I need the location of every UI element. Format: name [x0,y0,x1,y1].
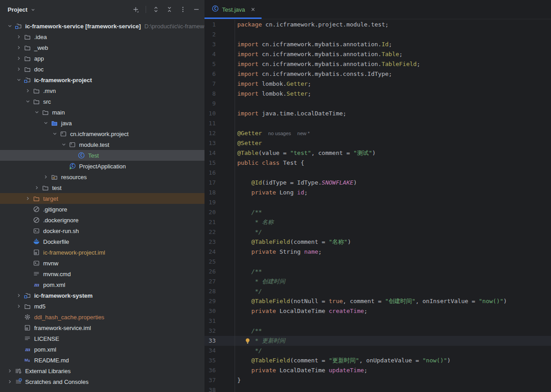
line-number[interactable]: 35 [204,356,235,366]
line-number[interactable]: 7 [204,79,235,89]
code-line-14[interactable]: 14@Table(value = "test", comment = "测试") [204,148,551,158]
tree-item-ddl-hash-cache-properties[interactable]: ddl_hash_cache.properties [0,312,204,322]
line-number[interactable]: 3 [204,40,235,49]
code-line-31[interactable]: 31 [204,316,551,326]
add-icon[interactable] [132,6,139,13]
tree-item-resources[interactable]: resources [0,172,204,182]
tree-item-target[interactable]: target [0,193,204,204]
chevron-right-icon[interactable] [14,292,23,299]
code-line-27[interactable]: 27 * 创建时间 [204,277,551,286]
line-number[interactable]: 26 [204,267,235,277]
code-line-32[interactable]: 32 /** [204,326,551,336]
code-line-10[interactable]: 10import java.time.LocalDateTime; [204,109,551,119]
line-number[interactable]: 23 [204,237,235,247]
chevron-right-icon[interactable] [32,185,41,191]
chevron-right-icon[interactable] [14,34,23,40]
code-line-24[interactable]: 24 private String name; [204,247,551,257]
code-line-33[interactable]: 33 * 更新时间 [204,336,551,346]
tree-item-main[interactable]: main [0,107,204,118]
line-number[interactable]: 8 [204,89,235,99]
code-line-22[interactable]: 22 */ [204,227,551,237]
line-number[interactable]: 4 [204,49,235,59]
code-line-1[interactable]: 1package cn.icframework.project.module.t… [204,20,551,30]
line-number[interactable]: 27 [204,277,235,286]
line-number[interactable]: 31 [204,316,235,326]
chevron-right-icon[interactable] [14,303,23,309]
code-line-9[interactable]: 9 [204,99,551,109]
line-number[interactable]: 28 [204,286,235,296]
tree-item-web[interactable]: _web [0,42,204,53]
tree-item-dockerignore[interactable]: .dockerignore [0,215,204,225]
code-line-2[interactable]: 2 [204,30,551,40]
tree-item-test[interactable]: CTest [0,150,204,161]
project-view-title[interactable]: Project [8,6,27,13]
code-line-19[interactable]: 19 [204,198,551,207]
code-line-18[interactable]: 18 private Long id; [204,188,551,198]
tree-item-dockerfile[interactable]: Dockerfile [0,236,204,247]
line-number[interactable]: 12 [204,128,235,138]
tree-item-mvnw-cmd[interactable]: mvnw.cmd [0,269,204,279]
more-options-icon[interactable] [179,6,187,13]
tree-item-test[interactable]: test [0,182,204,193]
code-line-7[interactable]: 7import lombok.Getter; [204,79,551,89]
project-view-dropdown-icon[interactable] [30,7,36,13]
code-line-21[interactable]: 21 * 名称 [204,217,551,227]
chevron-right-icon[interactable] [23,88,32,94]
chevron-down-icon[interactable] [14,77,23,83]
tree-item-java[interactable]: java [0,118,204,128]
code-line-16[interactable]: 16 [204,168,551,178]
code-line-15[interactable]: 15public class Test { [204,158,551,168]
tree-item-ic-framework-service[interactable]: ic-framework-service [framework-service]… [0,21,204,31]
tree-item-docker-run-sh[interactable]: docker-run.sh [0,225,204,236]
chevron-right-icon[interactable] [14,55,23,62]
line-number[interactable]: 38 [204,385,235,392]
line-number[interactable]: 19 [204,198,235,207]
tree-item-external-libraries[interactable]: External Libraries [0,366,204,376]
line-number[interactable]: 6 [204,69,235,79]
tree-item-src[interactable]: src [0,96,204,107]
code-line-26[interactable]: 26 /** [204,267,551,277]
line-number[interactable]: 21 [204,217,235,227]
line-number[interactable]: 24 [204,247,235,257]
tree-item-cn-icframework-project[interactable]: cn.icframework.project [0,128,204,139]
code-line-5[interactable]: 5import cn.icframework.mybatis.annotatio… [204,59,551,69]
line-number[interactable]: 15 [204,158,235,168]
line-number[interactable]: 17 [204,178,235,188]
line-number[interactable]: 9 [204,99,235,109]
tree-item-idea[interactable]: .idea [0,31,204,42]
line-number[interactable]: 36 [204,366,235,375]
hide-icon[interactable] [193,6,200,13]
chevron-down-icon[interactable] [50,131,59,137]
line-number[interactable]: 5 [204,59,235,69]
line-number[interactable]: 18 [204,188,235,198]
line-number[interactable]: 37 [204,375,235,385]
tree-item-pom-xml[interactable]: mpom.xml [0,279,204,290]
line-number[interactable]: 10 [204,109,235,119]
tree-item-scratches-and-consoles[interactable]: Scratches and Consoles [0,376,204,387]
chevron-down-icon[interactable] [41,120,50,126]
code-editor[interactable]: 1package cn.icframework.project.module.t… [204,19,551,392]
tree-item-license[interactable]: LICENSE [0,333,204,344]
code-line-23[interactable]: 23 @TableField(comment = "名称") [204,237,551,247]
line-number[interactable]: 34 [204,346,235,356]
tree-item-gitignore[interactable]: .gitignore [0,204,204,215]
code-line-3[interactable]: 3import cn.icframework.mybatis.annotatio… [204,40,551,49]
tree-item-framework-service-iml[interactable]: framework-service.iml [0,322,204,333]
line-number[interactable]: 11 [204,119,235,128]
line-number[interactable]: 16 [204,168,235,178]
line-number[interactable]: 20 [204,207,235,217]
chevron-right-icon[interactable] [14,44,23,51]
code-line-28[interactable]: 28 */ [204,286,551,296]
code-line-38[interactable]: 38 [204,385,551,392]
tree-item-ic-framework-system[interactable]: ic-framework-system [0,290,204,301]
code-line-34[interactable]: 34 */ [204,346,551,356]
tab-test-java[interactable]: C Test.java [204,0,262,19]
code-line-35[interactable]: 35 @TableField(comment = "更新时间", onUpdat… [204,356,551,366]
code-line-12[interactable]: 12@Getterno usagesnew * [204,128,551,138]
line-number[interactable]: 32 [204,326,235,336]
code-line-36[interactable]: 36 private LocalDateTime updateTime; [204,366,551,375]
tree-item-pom-xml[interactable]: mpom.xml [0,344,204,355]
code-line-4[interactable]: 4import cn.icframework.mybatis.annotatio… [204,49,551,59]
tree-item-ic-framework-project[interactable]: ic-framework-project [0,75,204,85]
chevron-down-icon[interactable] [32,109,41,115]
